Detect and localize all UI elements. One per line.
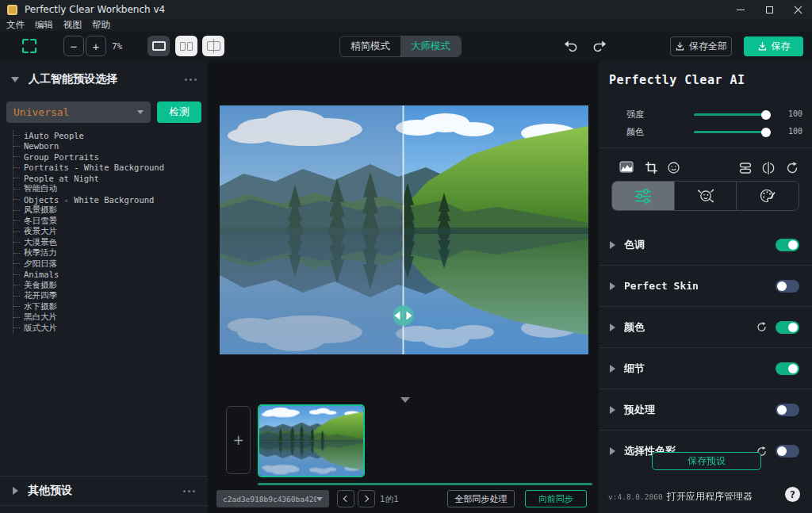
preset-item[interactable]: Group Portraits [13,151,164,163]
preset-item[interactable]: 美食摄影 [13,280,164,291]
tree-branch-icon [13,178,20,178]
collapse-arrow-icon [11,77,19,82]
slider-knob[interactable] [761,110,771,120]
more-options-icon[interactable] [183,490,195,492]
preset-item[interactable]: 风景摄影 [13,205,164,216]
preset-item[interactable]: 黑白大片 [13,312,164,323]
menu-item[interactable]: 编辑 [35,19,53,31]
preset-item[interactable]: Newborn [13,141,164,152]
adjustment-section[interactable]: Perfect Skin [599,266,812,307]
preset-item[interactable]: iAuto People [13,130,164,141]
ai-preset-header[interactable]: 人工智能预设选择 [0,70,208,89]
preset-item[interactable]: 版式大片 [13,323,164,334]
menu-item[interactable]: 文件 [6,19,25,31]
add-image-button[interactable]: + [226,406,251,474]
zoom-out-button[interactable]: − [63,36,84,56]
tab-creative-looks[interactable] [736,182,799,210]
adjustment-section[interactable]: 色调 [599,224,812,266]
section-toggle[interactable] [776,239,799,251]
filmstrip-collapse-icon[interactable] [400,397,410,403]
preset-item[interactable]: 花开四季 [13,291,164,302]
mode-simple-tab[interactable]: 精简模式 [340,36,400,56]
filename-dropdown[interactable]: c2ad3e918b9c4360ba420 [216,490,329,507]
download-icon [675,41,685,52]
rotate-icon[interactable] [785,161,799,175]
section-toggle[interactable] [776,362,799,375]
section-toggle[interactable] [776,280,799,293]
preset-item[interactable]: 秋季活力 [13,248,164,259]
zoom-in-button[interactable]: + [86,36,106,56]
preset-item[interactable]: Portraits - White Background [13,163,164,174]
chevron-right-icon [610,447,615,455]
save-preset-button[interactable]: 保存预设 [652,452,761,470]
split-view-button[interactable] [202,36,224,56]
preset-item[interactable]: Objects - White Background [13,194,164,205]
color-slider[interactable] [694,131,767,133]
close-button[interactable] [783,0,812,19]
maximize-button[interactable] [755,0,783,19]
strength-slider[interactable] [694,113,767,116]
filmstrip-scrollbar[interactable] [258,483,592,485]
crop-icon[interactable] [645,161,658,174]
chevron-right-icon [610,365,615,373]
close-icon [794,6,802,14]
section-toggle[interactable] [776,404,799,416]
tab-adjustments[interactable] [612,182,674,210]
tree-branch-icon [13,220,20,221]
open-app-manager-link[interactable]: 打开应用程序管理器 [667,490,753,503]
face-icon[interactable] [667,161,680,174]
before-after-preview[interactable] [220,105,588,354]
ai-preset-title: 人工智能预设选择 [29,72,117,86]
preset-item[interactable]: 夕阳日落 [13,258,164,270]
redo-button[interactable] [592,38,607,54]
detect-button[interactable]: 检测 [157,101,201,123]
help-icon[interactable]: ? [785,487,800,502]
preset-item[interactable]: People at Night [13,173,164,184]
tree-branch-icon [13,327,20,328]
minimize-icon [737,10,745,10]
menu-item[interactable]: 帮助 [92,19,110,31]
histogram-icon[interactable] [619,161,634,173]
preset-item[interactable]: Animals [13,270,164,281]
toolbar: − + 7% 精简模式 大师模式 保存全部 保存 [0,31,812,62]
split-handle[interactable] [393,305,414,326]
adjustment-section[interactable]: 颜色 [599,307,812,348]
reset-icon[interactable] [756,321,768,333]
tree-branch-icon [13,285,20,285]
save-button[interactable]: 保存 [744,36,803,56]
save-all-button[interactable]: 保存全部 [670,36,732,56]
preset-item[interactable]: 冬日雪景 [13,216,164,227]
section-toggle[interactable] [776,445,799,457]
section-label: 色调 [624,238,645,252]
preset-item[interactable]: 大漠景色 [13,237,164,248]
menu-item[interactable]: 视图 [63,19,82,31]
previous-image-button[interactable] [337,490,354,507]
single-view-button[interactable] [147,36,170,56]
chevron-down-icon [137,110,144,114]
undo-button[interactable] [563,38,579,54]
page-counter: 1的1 [380,494,399,505]
next-image-button[interactable] [358,490,375,507]
sync-all-button[interactable]: 全部同步处理 [447,490,515,507]
slider-knob[interactable] [761,128,771,137]
section-toggle[interactable] [776,321,799,334]
minimize-button[interactable] [726,0,755,19]
sync-forward-button[interactable]: 向前同步 [525,490,587,507]
preset-item[interactable]: 夜景大片 [13,227,164,238]
mode-master-tab[interactable]: 大师模式 [400,36,461,56]
adjustment-section[interactable]: 细节 [599,348,812,389]
preset-item[interactable]: 智能自动 [13,184,164,195]
image-canvas: + c2ad3e918b9c4360ba420 1的1 全部同步处理 向前同步 [208,62,599,513]
image-thumbnail[interactable] [258,404,365,477]
compare-icon[interactable] [761,161,776,175]
tree-branch-icon [13,167,20,168]
other-presets-header[interactable]: 其他预设 [0,476,208,506]
more-options-icon[interactable] [185,78,197,81]
preset-dropdown[interactable]: Universal [6,101,151,123]
side-by-side-view-button[interactable] [175,36,197,56]
chevron-left-icon [343,496,350,502]
tab-face-retouch[interactable] [674,182,737,210]
split-horizontal-icon[interactable] [738,161,753,175]
preset-item[interactable]: 水下摄影 [13,301,164,312]
adjustment-section[interactable]: 预处理 [599,389,812,431]
